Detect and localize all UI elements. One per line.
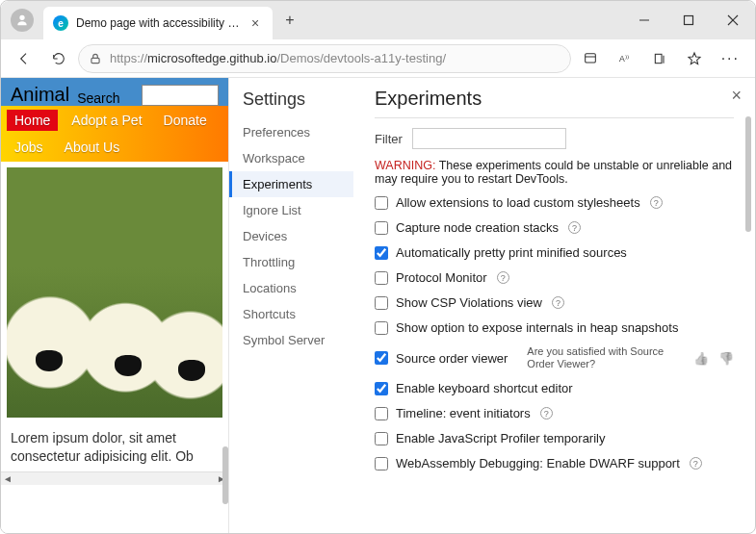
new-tab-button[interactable]: + (276, 7, 303, 34)
experiment-checkbox[interactable] (375, 351, 388, 365)
search-label: Search (77, 90, 119, 106)
nav-adopt[interactable]: Adopt a Pet (64, 110, 149, 131)
sidebar-item-workspace[interactable]: Workspace (229, 145, 353, 171)
experiment-label: WebAssembly Debugging: Enable DWARF supp… (396, 456, 680, 470)
body-text: Lorem ipsum dolor, sit amet consectetur … (1, 423, 228, 471)
maximize-button[interactable] (666, 1, 711, 39)
close-icon[interactable]: × (731, 86, 742, 106)
horizontal-scrollbar[interactable]: ◄► (1, 471, 228, 485)
experiment-checkbox[interactable] (375, 246, 388, 260)
profile-avatar[interactable] (11, 9, 34, 32)
help-icon[interactable]: ? (552, 296, 564, 309)
content-area: Animal Search Home Adopt a Pet Donate Jo… (1, 78, 755, 533)
thumbs-down-icon[interactable]: 👎 (718, 351, 734, 366)
panel-scrollbar[interactable] (745, 116, 751, 232)
window-controls (622, 1, 755, 39)
minimize-button[interactable] (622, 1, 666, 39)
tab-title: Demo page with accessibility issu (76, 16, 240, 30)
experiment-checkbox[interactable] (375, 196, 388, 210)
help-icon[interactable]: ? (568, 221, 581, 234)
back-button[interactable] (9, 43, 39, 74)
settings-heading: Settings (229, 86, 353, 119)
more-menu-button[interactable]: ··· (714, 50, 747, 67)
nav-about[interactable]: About Us (57, 137, 128, 158)
browser-tab[interactable]: Demo page with accessibility issu × (43, 7, 273, 39)
svg-marker-10 (689, 53, 700, 64)
window-titlebar: Demo page with accessibility issu × + (1, 1, 755, 39)
experiment-checkbox[interactable] (375, 457, 388, 470)
thumbs-up-icon[interactable]: 👍 (693, 351, 709, 366)
svg-rect-5 (585, 53, 595, 62)
experiment-item: Allow extensions to load custom styleshe… (375, 195, 734, 210)
page-header: Animal Search (1, 78, 228, 106)
help-icon[interactable]: ? (650, 196, 663, 209)
sidebar-item-throttling[interactable]: Throttling (229, 249, 353, 275)
experiment-label: Capture node creation stacks (396, 220, 559, 235)
experiment-item: Timeline: event initiators? (375, 406, 734, 420)
experiment-label: Enable keyboard shortcut editor (396, 381, 573, 395)
experiment-item: Enable JavaScript Profiler temporarily (375, 431, 734, 445)
experiments-panel: × Experiments Filter WARNING: These expe… (353, 78, 755, 533)
nav-donate[interactable]: Donate (156, 110, 215, 131)
nav-jobs[interactable]: Jobs (7, 137, 51, 158)
experiment-item: Automatically pretty print minified sour… (375, 245, 734, 260)
sidebar-item-ignore-list[interactable]: Ignore List (229, 197, 353, 223)
feedback-prompt: Are you satisfied with Source Order View… (527, 345, 671, 370)
experiment-checkbox[interactable] (375, 432, 388, 445)
experiment-item: Source order viewerAre you satisfied wit… (375, 345, 734, 370)
page-nav: Home Adopt a Pet Donate Jobs About Us (1, 106, 228, 162)
experiment-label: Timeline: event initiators (396, 406, 531, 420)
address-bar[interactable]: https://microsoftedge.github.io/Demos/de… (78, 44, 571, 73)
lock-icon (89, 52, 102, 65)
read-aloud-icon[interactable]: A⁾⁾ (610, 43, 640, 74)
sidebar-item-experiments[interactable]: Experiments (229, 171, 353, 197)
svg-rect-8 (655, 54, 662, 63)
page-title: Animal (11, 84, 69, 106)
feedback-thumbs: 👍👎 (693, 351, 734, 366)
filter-input[interactable] (412, 128, 566, 149)
experiments-title: Experiments (375, 88, 734, 118)
experiment-label: Allow extensions to load custom styleshe… (396, 195, 640, 210)
url-text: https://microsoftedge.github.io/Demos/de… (110, 51, 446, 65)
sidebar-item-locations[interactable]: Locations (229, 275, 353, 301)
svg-rect-1 (685, 16, 693, 25)
refresh-button[interactable] (43, 43, 74, 74)
filter-label: Filter (375, 132, 403, 146)
experiment-label: Show CSP Violations view (396, 295, 542, 310)
help-icon[interactable]: ? (540, 407, 553, 420)
experiment-label: Enable JavaScript Profiler temporarily (396, 431, 605, 445)
help-icon[interactable]: ? (497, 271, 509, 284)
help-icon[interactable]: ? (690, 457, 702, 470)
webpage-viewport: Animal Search Home Adopt a Pet Donate Jo… (1, 78, 228, 533)
close-icon[interactable]: × (248, 15, 263, 31)
browser-toolbar: https://microsoftedge.github.io/Demos/de… (1, 39, 755, 78)
experiment-item: Enable keyboard shortcut editor (375, 381, 734, 395)
sidebar-item-symbol-server[interactable]: Symbol Server (229, 327, 353, 353)
settings-sidebar: Settings PreferencesWorkspaceExperiments… (228, 78, 353, 533)
experiment-checkbox[interactable] (375, 321, 388, 335)
sidebar-item-shortcuts[interactable]: Shortcuts (229, 301, 353, 327)
sidebar-item-devices[interactable]: Devices (229, 223, 353, 249)
experiment-label: Automatically pretty print minified sour… (396, 245, 627, 260)
experiment-item: Protocol Monitor? (375, 270, 734, 285)
experiment-item: WebAssembly Debugging: Enable DWARF supp… (375, 456, 702, 470)
edge-icon (53, 15, 68, 31)
collections-icon[interactable] (644, 43, 675, 74)
svg-text:A⁾⁾: A⁾⁾ (619, 54, 629, 64)
sidebar-item-preferences[interactable]: Preferences (229, 119, 353, 145)
experiment-item: Capture node creation stacks? (375, 220, 734, 235)
experiment-checkbox[interactable] (375, 296, 388, 310)
experiment-label: Source order viewer (396, 351, 508, 366)
experiment-checkbox[interactable] (375, 407, 388, 420)
close-window-button[interactable] (711, 1, 755, 39)
experiment-checkbox[interactable] (375, 271, 388, 285)
nav-home[interactable]: Home (7, 110, 58, 131)
experiment-label: Protocol Monitor (396, 270, 487, 285)
app-mode-icon[interactable] (575, 43, 606, 74)
experiment-checkbox[interactable] (375, 382, 388, 395)
page-scrollbar[interactable] (222, 446, 228, 504)
experiment-item: Show option to expose internals in heap … (375, 320, 734, 335)
favorite-icon[interactable] (679, 43, 710, 74)
search-input[interactable] (142, 85, 219, 106)
experiment-checkbox[interactable] (375, 221, 388, 235)
